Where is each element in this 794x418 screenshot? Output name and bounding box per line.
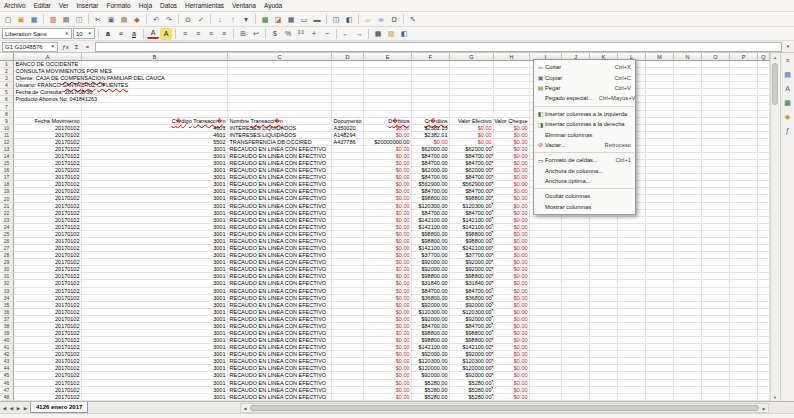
cell-E6[interactable]: [364, 96, 412, 103]
cell-C30[interactable]: RECAUDO EN LINEA CON EFECTIVO: [228, 266, 332, 273]
cell-P48[interactable]: [730, 394, 758, 401]
cell-F10[interactable]: $2382.13: [412, 125, 450, 132]
cell-G34[interactable]: $36800.00: [450, 295, 494, 302]
col-header-N[interactable]: N: [674, 53, 702, 61]
cell-Q4[interactable]: [758, 82, 770, 89]
cell-E37[interactable]: $0.00: [364, 316, 412, 323]
cell-Q43[interactable]: [758, 358, 770, 365]
cell-D22[interactable]: [332, 210, 364, 217]
cell-H12[interactable]: $0.00: [494, 139, 530, 146]
cell-K31[interactable]: [590, 273, 618, 280]
background-color-icon[interactable]: ▨: [385, 28, 397, 40]
cell-K36[interactable]: [590, 309, 618, 316]
cell-L24[interactable]: [618, 224, 646, 231]
cell-O16[interactable]: [702, 167, 730, 174]
cell-C9[interactable]: Nombre Transacci�n: [228, 118, 332, 125]
cell-E24[interactable]: $0.00: [364, 224, 412, 231]
cell-L35[interactable]: [618, 302, 646, 309]
cell-M27[interactable]: [646, 245, 674, 252]
previous-sheet-button[interactable]: ◀: [8, 403, 15, 413]
cell-E33[interactable]: $0.00: [364, 288, 412, 295]
cell-C37[interactable]: RECAUDO EN LINEA CON EFECTIVO: [228, 316, 332, 323]
cell-I27[interactable]: [530, 245, 562, 252]
cell-E48[interactable]: $0.00: [364, 394, 412, 401]
cell-M35[interactable]: [646, 302, 674, 309]
cell-N35[interactable]: [674, 302, 702, 309]
cell-K47[interactable]: [590, 387, 618, 394]
cell-Q22[interactable]: [758, 210, 770, 217]
context-menu-item-insertar-columnas-a-la-derecha[interactable]: ◨Insertar columnas a la derecha: [534, 119, 635, 129]
context-menu-item-cortar[interactable]: ✂CortarCtrl+X: [534, 62, 635, 72]
cell-B32[interactable]: 3001: [82, 280, 228, 287]
cell-H4[interactable]: [494, 82, 530, 89]
italic-icon[interactable]: a: [115, 28, 127, 40]
cell-O8[interactable]: [702, 111, 730, 118]
gallery-icon[interactable]: ▩: [782, 97, 793, 108]
cell-P6[interactable]: [730, 96, 758, 103]
cell-A6[interactable]: Producto Ahorros No: 041841263: [14, 96, 82, 103]
cell-G38[interactable]: $84700.00: [450, 323, 494, 330]
cell-L33[interactable]: [618, 288, 646, 295]
cell-N16[interactable]: [674, 167, 702, 174]
cell-D12[interactable]: A437786: [332, 139, 364, 146]
cell-A47[interactable]: 20170102: [14, 387, 82, 394]
cell-Q9[interactable]: [758, 118, 770, 125]
row-header-23[interactable]: 23: [0, 217, 14, 224]
copy-icon[interactable]: ▣: [105, 13, 117, 25]
cell-D45[interactable]: [332, 372, 364, 379]
cell-C21[interactable]: RECAUDO EN LINEA CON EFECTIVO: [228, 203, 332, 210]
cell-D35[interactable]: [332, 302, 364, 309]
cell-D1[interactable]: [332, 61, 364, 68]
cell-H47[interactable]: $0.00: [494, 387, 530, 394]
cell-F2[interactable]: [412, 68, 450, 75]
cell-M5[interactable]: [646, 89, 674, 96]
insert-special-character-icon[interactable]: Ω: [388, 13, 400, 25]
cell-I25[interactable]: [530, 231, 562, 238]
cell-F28[interactable]: $37700.00: [412, 252, 450, 259]
cell-I45[interactable]: [530, 372, 562, 379]
cell-B19[interactable]: 3001: [82, 188, 228, 195]
cell-E18[interactable]: $0.00: [364, 181, 412, 188]
cell-F13[interactable]: $62000.00: [412, 146, 450, 153]
select-all-corner[interactable]: [0, 53, 14, 61]
cell-O41[interactable]: [702, 344, 730, 351]
cell-O10[interactable]: [702, 125, 730, 132]
cell-I35[interactable]: [530, 302, 562, 309]
wrap-text-icon[interactable]: ↩: [250, 28, 262, 40]
expand-formula-bar-icon[interactable]: ▼: [784, 44, 792, 49]
cell-H13[interactable]: $0.00: [494, 146, 530, 153]
cell-P29[interactable]: [730, 259, 758, 266]
cell-C36[interactable]: RECAUDO EN LINEA CON EFECTIVO: [228, 309, 332, 316]
cell-O13[interactable]: [702, 146, 730, 153]
cell-B5[interactable]: [82, 89, 228, 96]
cell-P21[interactable]: [730, 203, 758, 210]
cell-M19[interactable]: [646, 188, 674, 195]
cell-B38[interactable]: 3001: [82, 323, 228, 330]
cell-E34[interactable]: $0.00: [364, 295, 412, 302]
cell-A7[interactable]: [14, 103, 82, 110]
cell-K39[interactable]: [590, 330, 618, 337]
row-header-24[interactable]: 24: [0, 224, 14, 231]
cell-N21[interactable]: [674, 203, 702, 210]
cell-D46[interactable]: [332, 380, 364, 387]
cell-G28[interactable]: $37700.00: [450, 252, 494, 259]
cell-N44[interactable]: [674, 365, 702, 372]
bold-icon[interactable]: a: [102, 28, 114, 40]
cell-E44[interactable]: $0.00: [364, 365, 412, 372]
cell-O15[interactable]: [702, 160, 730, 167]
cell-D43[interactable]: [332, 358, 364, 365]
cell-M40[interactable]: [646, 337, 674, 344]
cell-O14[interactable]: [702, 153, 730, 160]
cell-C4[interactable]: [228, 82, 332, 89]
menu-ver[interactable]: Ver: [55, 0, 73, 11]
cell-C12[interactable]: TRANSFERENCIA DB OCCIRED: [228, 139, 332, 146]
percent-format-icon[interactable]: %: [282, 28, 294, 40]
cell-N11[interactable]: [674, 132, 702, 139]
cell-G16[interactable]: $62000.00: [450, 167, 494, 174]
cell-M23[interactable]: [646, 217, 674, 224]
cell-H48[interactable]: $0.00: [494, 394, 530, 401]
cell-B12[interactable]: 5502: [82, 139, 228, 146]
cell-N12[interactable]: [674, 139, 702, 146]
cell-K25[interactable]: [590, 231, 618, 238]
font-name-combo[interactable]: Liberation Sans ▼: [2, 28, 72, 39]
